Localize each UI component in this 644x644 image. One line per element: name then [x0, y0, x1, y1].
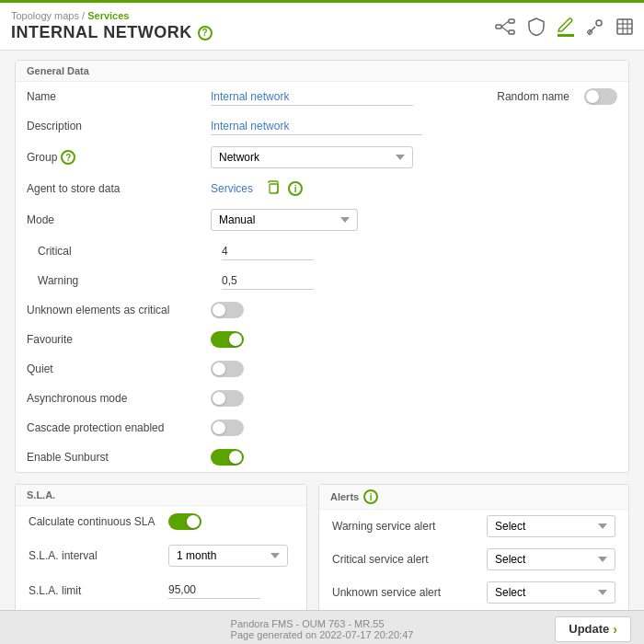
agent-info-icon[interactable]: i: [288, 181, 303, 196]
favourite-knob: [229, 333, 242, 346]
unknown-critical-control: [211, 302, 617, 318]
agent-label: Agent to store data: [27, 182, 211, 195]
description-control: [211, 118, 617, 135]
footer-bar: Pandora FMS - OUM 763 - MR.55 Page gener…: [0, 610, 644, 644]
general-panel: General Data Name Random name Descriptio…: [15, 60, 629, 473]
name-control: [211, 88, 497, 106]
favourite-toggle[interactable]: [211, 331, 244, 348]
async-label: Asynchronous mode: [27, 392, 211, 405]
warning-alert-select[interactable]: Select: [487, 515, 615, 537]
quiet-control: [211, 361, 617, 377]
top-icons: [495, 16, 633, 37]
mode-label: Mode: [27, 213, 211, 226]
breadcrumb-topology-link[interactable]: Topology maps: [11, 10, 79, 21]
alerts-info-icon[interactable]: i: [363, 489, 378, 504]
unknown-critical-toggle[interactable]: [211, 302, 244, 318]
favourite-row: Favourite: [16, 325, 628, 354]
agent-value: Services: [211, 182, 253, 195]
bottom-panels: S.L.A. Calculate continuous SLA S.L.A. i…: [15, 484, 629, 610]
mode-select[interactable]: Manual Automatic: [211, 209, 358, 231]
favourite-label: Favourite: [27, 333, 211, 346]
cascade-row: Cascade protection enabled: [16, 413, 628, 443]
cascade-toggle[interactable]: [211, 420, 244, 436]
sla-limit-row: S.L.A. limit: [16, 574, 306, 606]
group-row: Group ? Network: [16, 141, 628, 174]
sla-limit-input[interactable]: [168, 581, 260, 599]
title-info-icon[interactable]: ?: [198, 26, 213, 40]
shield-icon-btn[interactable]: [528, 17, 545, 36]
top-left: Topology maps / Services INTERNAL NETWOR…: [11, 10, 213, 42]
sunburst-knob: [229, 451, 242, 464]
critical-input[interactable]: [222, 243, 314, 260]
sunburst-row: Enable Sunburst: [16, 443, 628, 472]
random-name-toggle[interactable]: [584, 88, 617, 105]
warning-control: [222, 272, 617, 290]
page-title-row: INTERNAL NETWORK ?: [11, 23, 213, 42]
name-row: Name Random name: [16, 82, 628, 111]
grid-icon-btn[interactable]: [616, 18, 633, 35]
unknown-critical-row: Unknown elements as critical: [16, 295, 628, 325]
svg-rect-6: [617, 19, 632, 34]
alerts-title-group: Alerts i: [330, 489, 617, 504]
critical-alert-select[interactable]: Select: [487, 548, 615, 570]
name-input[interactable]: [211, 88, 413, 106]
warning-alert-label: Warning service alert: [332, 520, 479, 533]
group-info-icon[interactable]: ?: [61, 150, 75, 165]
footer-line1: Pandora FMS - OUM 763 - MR.55: [231, 618, 414, 629]
group-select[interactable]: Network: [211, 146, 413, 168]
sla-interval-row: S.L.A. interval 1 month 3 months 6 month…: [16, 537, 306, 574]
update-chevron-icon: ›: [613, 622, 617, 637]
svg-rect-1: [509, 19, 514, 23]
group-label: Group ?: [27, 150, 211, 165]
description-label: Description: [27, 120, 211, 132]
description-row: Description: [16, 111, 628, 141]
sla-limit-label: S.L.A. limit: [29, 584, 157, 597]
warning-row: Warning: [16, 266, 628, 295]
top-bar: Topology maps / Services INTERNAL NETWOR…: [0, 3, 644, 51]
update-button[interactable]: Update ›: [555, 616, 631, 642]
mode-control: Manual Automatic: [211, 209, 617, 231]
sunburst-control: [211, 449, 617, 466]
critical-row: Critical: [16, 236, 628, 266]
critical-label: Critical: [38, 245, 222, 258]
warning-input[interactable]: [222, 272, 314, 290]
edit-icon-btn[interactable]: [558, 16, 574, 37]
quiet-knob: [213, 362, 225, 375]
async-toggle[interactable]: [211, 390, 244, 407]
sla-interval-select[interactable]: 1 month 3 months 6 months 1 year: [168, 545, 288, 567]
cascade-control: [211, 420, 617, 436]
breadcrumb-services: Services: [87, 10, 129, 21]
agent-copy-icon[interactable]: [266, 180, 281, 198]
async-knob: [213, 392, 225, 405]
footer-line2: Page generated on 2022-07-17 20:20:47: [231, 629, 414, 640]
topology-icon-btn[interactable]: [495, 18, 515, 35]
agent-row: Agent to store data Services i: [16, 174, 628, 203]
agent-control: Services i: [211, 180, 617, 198]
svg-rect-2: [509, 30, 514, 34]
main-content: General Data Name Random name Descriptio…: [0, 51, 644, 610]
sla-panel: S.L.A. Calculate continuous SLA S.L.A. i…: [15, 484, 307, 610]
footer-text: Pandora FMS - OUM 763 - MR.55 Page gener…: [231, 618, 414, 640]
name-label: Name: [27, 90, 211, 103]
breadcrumb: Topology maps / Services: [11, 10, 213, 21]
quiet-label: Quiet: [27, 362, 211, 375]
calc-sla-toggle[interactable]: [168, 513, 201, 530]
alerts-panel: Alerts i Warning service alert Select Cr…: [318, 484, 629, 610]
svg-line-4: [501, 27, 509, 32]
sunburst-toggle[interactable]: [211, 449, 244, 466]
group-control: Network: [211, 146, 617, 168]
unknown-critical-label: Unknown elements as critical: [27, 304, 211, 316]
unknown-alert-row: Unknown service alert Select: [319, 576, 628, 609]
description-input[interactable]: [211, 118, 422, 135]
sla-interval-label: S.L.A. interval: [29, 549, 157, 562]
critical-alert-label: Critical service alert: [332, 553, 479, 566]
unknown-alert-select[interactable]: Select: [487, 581, 615, 604]
favourite-control: [211, 331, 617, 348]
async-row: Asynchronous mode: [16, 384, 628, 413]
breadcrumb-sep: /: [82, 10, 85, 21]
tool-icon-btn[interactable]: [587, 18, 604, 35]
quiet-toggle[interactable]: [211, 361, 244, 377]
random-name-knob: [586, 90, 599, 103]
unknown-critical-knob: [213, 304, 225, 316]
mode-row: Mode Manual Automatic: [16, 203, 628, 236]
